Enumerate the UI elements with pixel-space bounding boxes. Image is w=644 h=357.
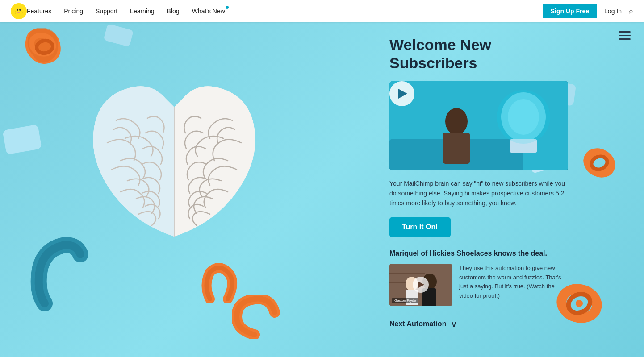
nav-link-support[interactable]: Support — [96, 8, 117, 15]
decorative-orange-knot-top-left — [18, 22, 71, 71]
testimonial-play-button[interactable] — [413, 277, 429, 293]
decorative-orange-knot-right — [581, 143, 617, 183]
login-link[interactable]: Log In — [604, 8, 622, 15]
svg-point-12 — [590, 154, 609, 172]
main-video-play-button[interactable] — [389, 81, 414, 106]
svg-point-15 — [576, 300, 583, 307]
nav-link-features[interactable]: Features — [27, 8, 51, 15]
nav-link-learning[interactable]: Learning — [130, 8, 155, 15]
decorative-blue-rect-mid-left — [2, 125, 42, 156]
hero-description: Your MailChimp brain can say "hi" to new… — [389, 178, 568, 208]
search-icon[interactable]: ⌕ — [629, 7, 633, 15]
logo[interactable] — [11, 3, 27, 19]
svg-point-11 — [584, 148, 615, 178]
hero-section: Welcome New Subscribers — [0, 0, 644, 357]
svg-point-24 — [497, 90, 550, 144]
testimonial-row: Gaston Fryde They use this automation to… — [389, 264, 568, 306]
play-icon — [398, 89, 407, 99]
hamburger-line-2 — [619, 35, 631, 36]
hamburger-line-1 — [619, 31, 631, 33]
video-scene — [389, 81, 568, 170]
next-automation-label: Next Automation — [389, 320, 446, 328]
svg-rect-20 — [443, 133, 470, 164]
decorative-orange-curve-bottom — [232, 295, 281, 339]
next-automation[interactable]: Next Automation ∨ — [389, 319, 568, 329]
svg-rect-26 — [389, 273, 425, 274]
nav-right: Sign Up Free Log In ⌕ — [543, 4, 633, 18]
hamburger-line-3 — [619, 38, 631, 40]
testimonial-name-badge: Gaston Fryde — [392, 298, 418, 303]
hamburger-menu[interactable] — [619, 31, 631, 40]
svg-point-19 — [445, 108, 468, 135]
nav-link-blog[interactable]: Blog — [167, 8, 180, 15]
svg-point-5 — [29, 33, 56, 57]
svg-point-14 — [565, 291, 593, 316]
nav-links: Features Pricing Support Learning Blog W… — [27, 8, 543, 15]
svg-point-4 — [17, 12, 20, 13]
hero-title: Welcome New Subscribers — [389, 36, 568, 72]
testimonial-play-icon — [418, 282, 424, 288]
svg-rect-8 — [2, 125, 42, 155]
nav-link-whats-new[interactable]: What's New — [192, 8, 225, 15]
nav-link-pricing[interactable]: Pricing — [64, 8, 83, 15]
testimonial-video-thumbnail[interactable]: Gaston Fryde — [389, 264, 452, 306]
content-panel: Welcome New Subscribers — [389, 36, 568, 329]
svg-point-2 — [17, 9, 18, 11]
svg-point-6 — [36, 39, 54, 54]
turn-it-on-button[interactable]: Turn It On! — [389, 217, 451, 237]
brain-illustration — [76, 36, 272, 286]
testimonial-title: Mariquel of Hickies Shoelaces knows the … — [389, 249, 568, 257]
testimonial-description: They use this automation to give new cus… — [459, 264, 568, 301]
svg-point-3 — [19, 9, 21, 11]
navigation: Features Pricing Support Learning Blog W… — [0, 0, 644, 22]
main-video-thumbnail[interactable] — [389, 81, 568, 170]
signup-button[interactable]: Sign Up Free — [543, 4, 597, 18]
chevron-down-icon: ∨ — [451, 319, 457, 329]
